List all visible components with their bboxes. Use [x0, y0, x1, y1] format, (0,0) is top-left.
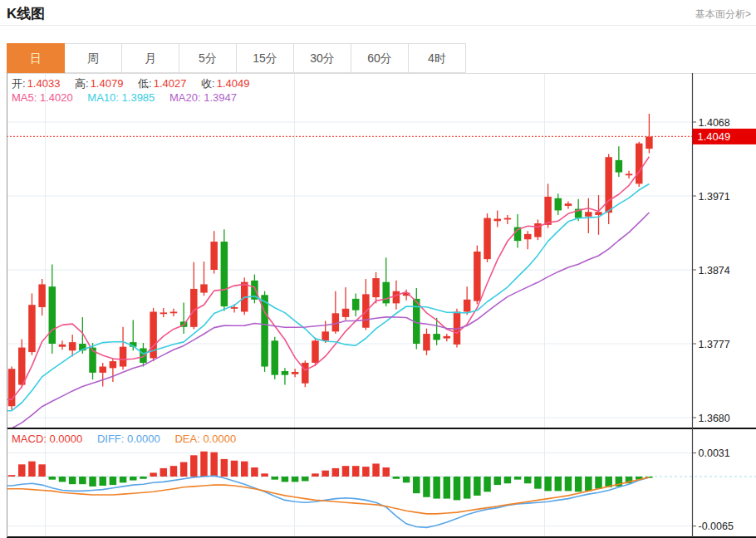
ma10-value: 1.3985: [122, 91, 155, 104]
low-label: 低:: [138, 77, 152, 90]
kline-app: K线图 基本面分析> 日 周 月 5分 15分 30分 60分 4时 1.406…: [0, 0, 756, 538]
open-label: 开:: [12, 77, 26, 90]
svg-text:0.0031: 0.0031: [699, 448, 730, 459]
low-value: 1.4027: [154, 77, 187, 90]
macd-legend: MACD: 0.0000 DIFF: 0.0000 DEA: 0.0000: [12, 433, 248, 445]
macd-label: MACD:: [12, 433, 47, 445]
svg-text:1.3680: 1.3680: [699, 413, 730, 424]
svg-text:1.3777: 1.3777: [699, 339, 730, 350]
ohlc-legend: 开:1.4033 高:1.4079 低:1.4027 收:1.4049: [12, 76, 261, 91]
ma10-label: MA10:: [87, 91, 119, 104]
high-value: 1.4079: [91, 77, 124, 90]
diff-value: 0.0000: [127, 433, 160, 445]
diff-label: DIFF:: [97, 433, 125, 445]
dea-value: 0.0000: [203, 433, 236, 445]
close-label: 收:: [201, 77, 215, 90]
open-value: 1.4033: [27, 77, 61, 90]
macd-value: 0.0000: [50, 433, 83, 445]
ma20-label: MA20:: [169, 91, 201, 104]
dea-label: DEA:: [174, 433, 199, 445]
ma-legend: MA5: 1.4020 MA10: 1.3985 MA20: 1.3947: [12, 91, 248, 104]
ma20-value: 1.3947: [204, 91, 237, 104]
ma5-value: 1.4020: [40, 91, 73, 104]
svg-text:1.3971: 1.3971: [699, 191, 730, 203]
close-value: 1.4049: [217, 77, 250, 90]
current-price-badge: 1.4049: [698, 130, 731, 143]
ma5-label: MA5:: [12, 91, 37, 104]
svg-text:1.3874: 1.3874: [699, 265, 730, 276]
high-label: 高:: [75, 77, 89, 90]
svg-text:1.4068: 1.4068: [699, 117, 730, 129]
svg-text:-0.0065: -0.0065: [699, 521, 734, 532]
